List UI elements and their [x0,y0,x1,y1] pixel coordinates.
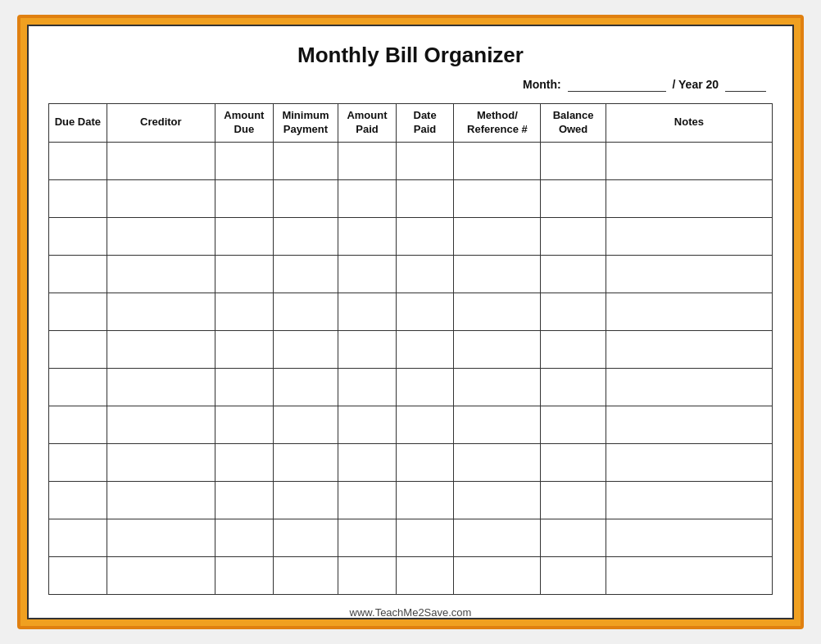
cell-row8-col-minimum-payment[interactable] [273,406,338,443]
cell-row6-col-creditor[interactable] [107,330,215,368]
cell-row8-col-balance-owed[interactable] [541,406,606,443]
cell-row3-col-creditor[interactable] [107,217,215,255]
cell-row3-col-amount-due[interactable] [215,217,274,255]
cell-row5-col-date-paid[interactable] [396,293,454,330]
cell-row10-col-due-date[interactable] [49,481,107,519]
cell-row7-col-creditor[interactable] [107,368,215,406]
cell-row2-col-creditor[interactable] [107,179,215,217]
cell-row9-col-date-paid[interactable] [396,443,454,481]
cell-row6-col-minimum-payment[interactable] [273,330,338,368]
cell-row6-col-date-paid[interactable] [396,330,454,368]
cell-row5-col-minimum-payment[interactable] [273,293,338,330]
cell-row1-col-amount-paid[interactable] [338,142,397,179]
cell-row11-col-amount-due[interactable] [215,519,274,556]
cell-row12-col-date-paid[interactable] [396,556,454,594]
cell-row7-col-due-date[interactable] [49,368,107,406]
cell-row9-col-amount-paid[interactable] [338,443,397,481]
cell-row6-col-notes[interactable] [606,330,772,368]
cell-row9-col-minimum-payment[interactable] [273,443,338,481]
cell-row1-col-balance-owed[interactable] [541,142,606,179]
cell-row1-col-minimum-payment[interactable] [273,142,338,179]
cell-row4-col-creditor[interactable] [107,255,215,293]
cell-row11-col-amount-paid[interactable] [338,519,397,556]
cell-row7-col-balance-owed[interactable] [541,368,606,406]
cell-row7-col-notes[interactable] [606,368,772,406]
cell-row4-col-amount-paid[interactable] [338,255,397,293]
cell-row5-col-amount-paid[interactable] [338,293,397,330]
cell-row7-col-date-paid[interactable] [396,368,454,406]
cell-row3-col-date-paid[interactable] [396,217,454,255]
cell-row3-col-balance-owed[interactable] [541,217,606,255]
cell-row1-col-method-ref[interactable] [454,142,541,179]
cell-row2-col-balance-owed[interactable] [541,179,606,217]
cell-row8-col-amount-paid[interactable] [338,406,397,443]
cell-row5-col-method-ref[interactable] [454,293,541,330]
cell-row7-col-amount-paid[interactable] [338,368,397,406]
cell-row8-col-date-paid[interactable] [396,406,454,443]
cell-row1-col-creditor[interactable] [107,142,215,179]
cell-row4-col-method-ref[interactable] [454,255,541,293]
cell-row6-col-balance-owed[interactable] [541,330,606,368]
cell-row8-col-due-date[interactable] [49,406,107,443]
cell-row7-col-method-ref[interactable] [454,368,541,406]
cell-row2-col-due-date[interactable] [49,179,107,217]
cell-row12-col-method-ref[interactable] [454,556,541,594]
cell-row8-col-notes[interactable] [606,406,772,443]
cell-row9-col-creditor[interactable] [107,443,215,481]
cell-row11-col-date-paid[interactable] [396,519,454,556]
cell-row11-col-method-ref[interactable] [454,519,541,556]
cell-row3-col-notes[interactable] [606,217,772,255]
cell-row10-col-amount-paid[interactable] [338,481,397,519]
cell-row3-col-minimum-payment[interactable] [273,217,338,255]
cell-row4-col-amount-due[interactable] [215,255,274,293]
cell-row11-col-minimum-payment[interactable] [273,519,338,556]
cell-row7-col-minimum-payment[interactable] [273,368,338,406]
cell-row9-col-notes[interactable] [606,443,772,481]
cell-row12-col-amount-due[interactable] [215,556,274,594]
cell-row12-col-minimum-payment[interactable] [273,556,338,594]
cell-row4-col-due-date[interactable] [49,255,107,293]
cell-row6-col-method-ref[interactable] [454,330,541,368]
cell-row2-col-date-paid[interactable] [396,179,454,217]
cell-row10-col-method-ref[interactable] [454,481,541,519]
cell-row9-col-method-ref[interactable] [454,443,541,481]
cell-row4-col-minimum-payment[interactable] [273,255,338,293]
cell-row11-col-balance-owed[interactable] [541,519,606,556]
cell-row11-col-notes[interactable] [606,519,772,556]
cell-row1-col-due-date[interactable] [49,142,107,179]
cell-row2-col-minimum-payment[interactable] [273,179,338,217]
cell-row6-col-due-date[interactable] [49,330,107,368]
cell-row2-col-amount-due[interactable] [215,179,274,217]
cell-row1-col-notes[interactable] [606,142,772,179]
cell-row3-col-due-date[interactable] [49,217,107,255]
cell-row2-col-notes[interactable] [606,179,772,217]
cell-row3-col-amount-paid[interactable] [338,217,397,255]
cell-row4-col-date-paid[interactable] [396,255,454,293]
cell-row4-col-balance-owed[interactable] [541,255,606,293]
cell-row5-col-notes[interactable] [606,293,772,330]
cell-row9-col-amount-due[interactable] [215,443,274,481]
cell-row10-col-notes[interactable] [606,481,772,519]
cell-row1-col-amount-due[interactable] [215,142,274,179]
cell-row10-col-amount-due[interactable] [215,481,274,519]
cell-row8-col-method-ref[interactable] [454,406,541,443]
cell-row11-col-due-date[interactable] [49,519,107,556]
cell-row12-col-due-date[interactable] [49,556,107,594]
cell-row2-col-method-ref[interactable] [454,179,541,217]
cell-row12-col-creditor[interactable] [107,556,215,594]
cell-row6-col-amount-paid[interactable] [338,330,397,368]
cell-row1-col-date-paid[interactable] [396,142,454,179]
cell-row5-col-balance-owed[interactable] [541,293,606,330]
cell-row10-col-creditor[interactable] [107,481,215,519]
cell-row5-col-amount-due[interactable] [215,293,274,330]
cell-row6-col-amount-due[interactable] [215,330,274,368]
cell-row10-col-date-paid[interactable] [396,481,454,519]
cell-row7-col-amount-due[interactable] [215,368,274,406]
cell-row10-col-minimum-payment[interactable] [273,481,338,519]
cell-row5-col-due-date[interactable] [49,293,107,330]
cell-row2-col-amount-paid[interactable] [338,179,397,217]
cell-row4-col-notes[interactable] [606,255,772,293]
cell-row12-col-amount-paid[interactable] [338,556,397,594]
cell-row12-col-notes[interactable] [606,556,772,594]
cell-row8-col-amount-due[interactable] [215,406,274,443]
